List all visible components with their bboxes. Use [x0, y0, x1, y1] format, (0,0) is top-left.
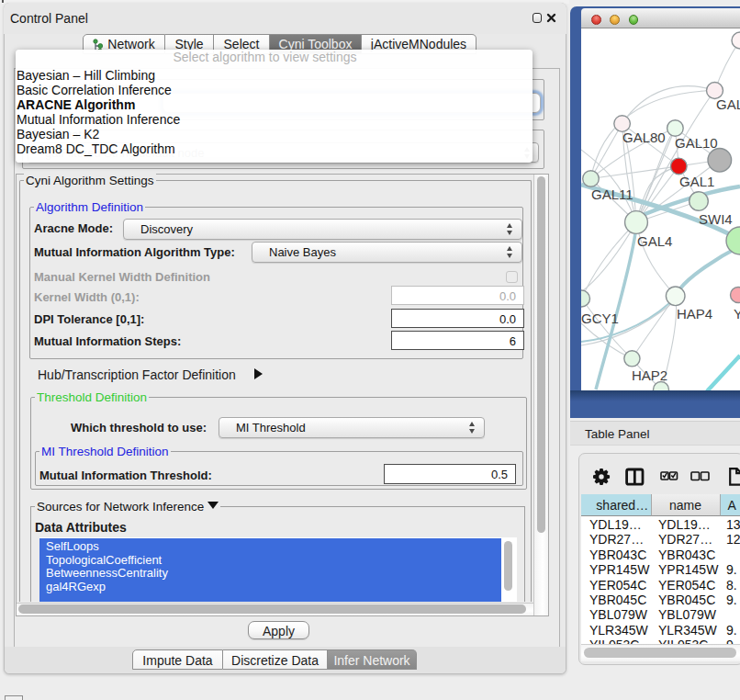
- svg-text:GAL11: GAL11: [591, 186, 633, 202]
- svg-text:Y: Y: [734, 306, 740, 322]
- svg-text:HAP2: HAP2: [632, 367, 667, 383]
- svg-text:HAP4: HAP4: [677, 306, 712, 322]
- svg-text:GAL1: GAL1: [679, 174, 714, 189]
- svg-text:GAL2: GAL2: [716, 96, 740, 112]
- svg-text:GAL10: GAL10: [675, 135, 718, 151]
- svg-text:SWI4: SWI4: [699, 211, 733, 227]
- svg-text:GCY1: GCY1: [581, 310, 619, 326]
- svg-text:GAL80: GAL80: [622, 130, 666, 145]
- svg-text:GAL4: GAL4: [637, 233, 672, 249]
